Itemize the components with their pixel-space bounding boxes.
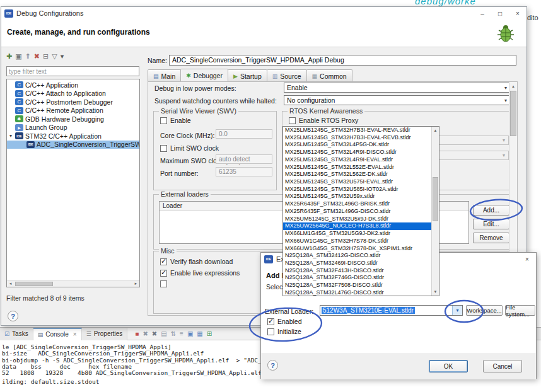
remove-all-launches-icon[interactable]: ✖ [152, 330, 157, 337]
dropdown-item[interactable]: N25Q128A_STM32L476G-DISCO.stldr [283, 289, 433, 296]
scrollbar-thumb[interactable] [433, 177, 438, 221]
dropdown-item[interactable]: MX25R6435F_STM32L496G-DISCO.stldr [283, 208, 433, 216]
minimize-icon[interactable]: – [474, 7, 491, 20]
dropdown-item[interactable]: N25Q128A_STM32F746G-DISCO.stldr [283, 274, 433, 282]
filter-input[interactable] [6, 66, 139, 76]
scroll-up-icon[interactable]: ▲ [432, 127, 439, 134]
dropdown-item[interactable]: N25Q128A_STM32F413H-DISCO.stldr [283, 267, 433, 275]
console-tab-label: Console [45, 331, 69, 338]
dropdown-scrollbar[interactable]: ▲ ▼ [431, 127, 439, 296]
scroll-left-icon[interactable]: ◄ [7, 282, 14, 285]
config-tab[interactable]: ▤ Main [148, 69, 181, 82]
limit-swo-checkbox[interactable]: Limit SWO clock [160, 144, 219, 152]
core-clock-field[interactable]: 0.0 [216, 129, 272, 139]
collapse-all-icon[interactable]: ⊟ [43, 52, 49, 61]
initialize-checkbox[interactable]: Initialize [267, 328, 301, 335]
watchdog-combo[interactable]: No configuration ▾ [284, 95, 511, 105]
tree-item-icon [15, 81, 23, 88]
word-wrap-icon[interactable]: ≡ [180, 330, 183, 337]
help-button[interactable]: ? [267, 360, 278, 371]
dropdown-item[interactable]: MX25LM51245G_STM32U575I-EVAL.stldr [283, 178, 433, 186]
close-tab-icon[interactable]: × [73, 331, 77, 338]
tree-item[interactable]: C/C++ Postmortem Debugger [7, 98, 139, 107]
filter-menu-icon[interactable]: ▾ [61, 52, 64, 61]
tree-item[interactable]: GDB Hardware Debugging [7, 115, 139, 124]
verify-flash-checkbox[interactable]: Verify flash download [160, 258, 233, 265]
scrollbar-thumb[interactable] [510, 91, 516, 136]
remove-loader-button[interactable]: Remove [473, 233, 509, 243]
tree-item[interactable]: Launch Group [7, 124, 139, 132]
display-console-icon[interactable]: ▦ [197, 330, 202, 337]
live-expressions-checkbox[interactable]: Enable live expressions [160, 269, 240, 277]
dropdown-item[interactable]: MX25LM51245G_STM32L4R9I-EVAL.stldr [283, 156, 433, 164]
config-tab[interactable]: ▥ Source [267, 69, 307, 82]
delete-config-icon[interactable]: ✖ [34, 52, 40, 61]
dropdown-item[interactable]: MX25LM51245G_STM32U585I-IOT02A.stldr [283, 186, 433, 193]
ok-button[interactable]: OK [429, 360, 468, 372]
dropdown-item[interactable]: MX25LM51245G_STM32U59x.stldr [283, 193, 433, 200]
dropdown-item[interactable]: MX66LM1G45G_STM32U5G9J-DK2.stldr [283, 230, 433, 238]
terminate-icon[interactable]: ■ [135, 330, 139, 337]
low-power-combo[interactable]: Enable ▾ [284, 83, 511, 93]
scroll-lock-icon[interactable]: ⇅ [171, 330, 176, 337]
console-tab[interactable]: ☰ Properties × [82, 328, 128, 340]
remove-launch-icon[interactable]: ✖ [143, 330, 148, 337]
external-loader-combo[interactable]: 512W3A_STM3210E-EVAL.stldr ▾ [320, 305, 463, 316]
dropdown-item[interactable]: MX25LM51245G_STM32H7B3I-EVAL-REVB.stldr [283, 134, 433, 142]
enabled-checkbox[interactable]: Enabled [267, 318, 302, 325]
console-tab[interactable]: ▤ Console × [33, 328, 82, 340]
dropdown-item[interactable]: MX25LM51245G_STM32L4R9I-DISCO.stldr [283, 149, 433, 156]
maximize-icon[interactable]: □ [491, 7, 509, 20]
dropdown-item[interactable]: MX25LM51245G_STM32L4P5G-DK.stldr [283, 141, 433, 149]
dropdown-item[interactable]: MX25UW25645G_NUCLEO-H7S3L8.stldr [283, 222, 433, 230]
close-icon[interactable]: × [509, 7, 526, 20]
cancel-button[interactable]: Cancel [483, 360, 522, 372]
tree-item[interactable]: ADC_SingleConversion_TriggerSW_H [7, 141, 139, 149]
name-field[interactable]: ADC_SingleConversion_TriggerSW_HPDMA_App… [169, 55, 516, 66]
console-tab[interactable]: ☑ Tasks × [0, 328, 33, 340]
dropdown-item[interactable]: MX25LM51245G_STM32L552E-EVAL.stldr [283, 164, 433, 171]
config-tab[interactable]: ▶ Startup [228, 69, 267, 82]
edit-loader-button[interactable]: Edit... [473, 219, 509, 229]
dropdown-item[interactable]: N25Q128A_STM32469I-DISCO.stldr [283, 260, 433, 267]
filter-icon[interactable]: ▽ [52, 52, 57, 61]
max-swo-field[interactable]: auto detect [216, 154, 272, 164]
help-button[interactable]: ? [8, 311, 18, 321]
pin-console-icon[interactable]: ▣ [187, 330, 193, 337]
scrollbar-thumb[interactable] [15, 282, 53, 286]
dropdown-item[interactable]: MX25UM51245G_STM32U5x9J-DK.stldr [283, 216, 433, 223]
workspace-button[interactable]: Workspace... [466, 305, 503, 316]
dropdown-item[interactable]: N25Q128A_STM32F7508-DISCO.stldr [283, 282, 433, 289]
new-config-icon[interactable]: ✚ [6, 52, 12, 61]
duplicate-config-icon[interactable]: ▣ [15, 52, 21, 61]
config-tab[interactable]: ✱ Debugger [180, 69, 228, 82]
close-icon[interactable]: × [518, 253, 536, 265]
tree-item-label: C/C++ Remote Application [25, 107, 103, 114]
rtos-proxy-checkbox[interactable]: Enable RTOS Proxy [289, 117, 358, 124]
dropdown-item[interactable]: MX25LM51245G_STM32L562E-DK.stldr [283, 171, 433, 178]
tree-item[interactable]: STM32 C/C++ Application [7, 132, 139, 141]
chevron-down-icon[interactable]: ▾ [452, 306, 462, 315]
scroll-right-icon[interactable]: ► [132, 282, 139, 285]
scroll-down-icon[interactable]: ▼ [432, 288, 439, 296]
dropdown-item[interactable]: MX25R6435F_STM32L496G-BRISK.stldr [283, 200, 433, 208]
scroll-up-icon[interactable]: ▲ [509, 82, 517, 90]
config-tab[interactable]: ▦ Common [306, 69, 352, 82]
open-console-icon[interactable]: ⊞ [207, 330, 212, 337]
tree-item[interactable]: C/C++ Application [7, 81, 139, 89]
clear-console-icon[interactable]: ▤ [161, 330, 166, 337]
dropdown-item[interactable]: N25Q128A_STM32412G-DISCO.stldr [283, 252, 433, 260]
misc-checkbox-3[interactable] [160, 280, 167, 287]
swv-enable-checkbox[interactable]: Enable [160, 117, 191, 124]
port-number-field[interactable]: 61235 [216, 167, 272, 176]
dropdown-item[interactable]: MX66UW1G45G_STM32H7S78-DK_XSPIM1.stldr [283, 245, 433, 253]
tree-item[interactable]: C/C++ Remote Application [7, 107, 139, 115]
add-loader-button[interactable]: Add... [473, 205, 509, 216]
tree-item[interactable]: C/C++ Attach to Application [7, 89, 139, 98]
dropdown-item[interactable]: MX66UW1G45G_STM32H7S78-DK.stldr [283, 238, 433, 245]
screen: debug/worke dito ☑ Tasks × ▤ Console × [0, 0, 541, 392]
file-system-button[interactable]: File system... [505, 305, 535, 316]
dropdown-item[interactable]: MX25LM51245G_STM32H7B3I-EVAL-REVA.stldr [283, 127, 433, 134]
tree-horizontal-scrollbar[interactable]: ◄ ► [7, 280, 139, 287]
export-config-icon[interactable]: ⇑ [25, 52, 31, 61]
